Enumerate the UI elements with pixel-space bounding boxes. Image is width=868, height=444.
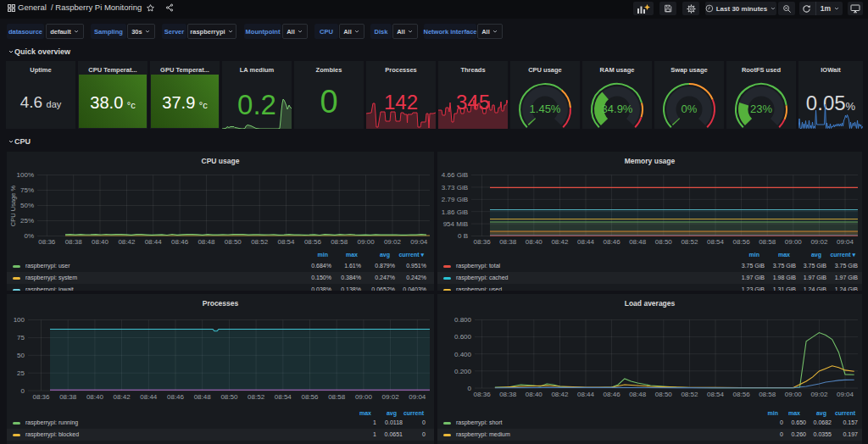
svg-text:09:04: 09:04 [410,238,428,246]
svg-text:08:38: 08:38 [499,238,517,246]
svg-text:08:46: 08:46 [167,393,185,401]
svg-text:08:50: 08:50 [220,393,238,401]
svg-text:08:52: 08:52 [248,393,265,401]
svg-text:09:00: 09:00 [785,391,803,398]
svg-text:1.86 GiB: 1.86 GiB [442,208,468,216]
svg-text:08:44: 08:44 [140,393,158,401]
svg-text:08:42: 08:42 [551,238,569,246]
svg-text:08:52: 08:52 [251,238,269,246]
svg-text:09:02: 09:02 [810,391,828,398]
svg-text:100: 100 [14,316,25,324]
svg-text:08:50: 08:50 [225,238,242,246]
svg-text:0.400: 0.400 [454,351,472,358]
svg-text:08:38: 08:38 [59,393,77,401]
svg-text:08:44: 08:44 [145,238,163,246]
svg-text:08:56: 08:56 [304,238,322,246]
svg-text:0%: 0% [24,232,34,240]
svg-text:08:54: 08:54 [277,238,295,246]
svg-text:08:44: 08:44 [577,391,595,398]
svg-text:0.800: 0.800 [454,316,472,324]
svg-text:08:40: 08:40 [526,238,543,246]
svg-text:09:02: 09:02 [384,238,402,246]
svg-text:0.200: 0.200 [454,368,472,375]
svg-text:09:04: 09:04 [837,238,854,246]
svg-text:08:40: 08:40 [526,391,543,398]
svg-text:08:58: 08:58 [759,391,776,398]
svg-text:08:42: 08:42 [118,238,136,246]
svg-text:08:54: 08:54 [707,238,725,246]
svg-text:08:56: 08:56 [733,391,751,398]
svg-text:08:46: 08:46 [171,238,189,246]
svg-text:75: 75 [17,334,25,341]
svg-text:50%: 50% [20,202,34,209]
svg-text:08:44: 08:44 [577,238,595,246]
svg-text:08:36: 08:36 [32,393,50,401]
svg-text:08:36: 08:36 [38,238,56,246]
svg-text:09:00: 09:00 [785,238,803,246]
svg-text:50: 50 [17,352,25,359]
svg-text:3.73 GiB: 3.73 GiB [442,184,468,191]
svg-text:09:02: 09:02 [382,393,400,401]
svg-text:0: 0 [21,387,25,395]
svg-text:0.600: 0.600 [454,333,472,341]
svg-text:09:02: 09:02 [810,238,828,246]
svg-text:25: 25 [17,369,25,377]
svg-text:09:00: 09:00 [355,393,373,401]
svg-text:08:46: 08:46 [604,391,621,398]
svg-text:08:38: 08:38 [499,391,517,398]
svg-text:09:04: 09:04 [837,391,854,398]
svg-text:100%: 100% [17,171,34,179]
svg-text:08:42: 08:42 [114,393,131,401]
svg-text:954 MiB: 954 MiB [443,220,468,228]
svg-text:08:36: 08:36 [474,391,492,398]
svg-text:08:52: 08:52 [681,391,698,398]
svg-text:08:36: 08:36 [474,238,492,246]
svg-text:08:42: 08:42 [551,391,569,398]
svg-text:08:40: 08:40 [86,393,104,401]
svg-text:09:04: 09:04 [409,393,426,401]
svg-text:08:52: 08:52 [681,238,698,246]
svg-text:0 B: 0 B [458,232,468,240]
svg-text:4.66 GiB: 4.66 GiB [442,171,468,179]
svg-text:0: 0 [468,385,472,392]
svg-text:25%: 25% [20,217,34,225]
svg-text:08:58: 08:58 [759,238,776,246]
svg-text:08:38: 08:38 [65,238,83,246]
svg-text:2.79 GiB: 2.79 GiB [442,196,468,203]
svg-text:08:46: 08:46 [604,238,621,246]
svg-text:08:56: 08:56 [733,238,751,246]
svg-text:75%: 75% [20,186,34,194]
svg-text:08:48: 08:48 [629,238,647,246]
svg-text:08:54: 08:54 [707,391,725,398]
svg-text:08:54: 08:54 [275,393,292,401]
svg-text:08:48: 08:48 [198,238,215,246]
svg-text:08:56: 08:56 [301,393,319,401]
svg-text:CPU Usage %: CPU Usage % [9,185,17,226]
svg-text:08:48: 08:48 [629,391,647,398]
svg-text:08:58: 08:58 [331,238,348,246]
svg-text:08:40: 08:40 [92,238,109,246]
svg-text:08:50: 08:50 [655,238,673,246]
svg-text:08:58: 08:58 [328,393,346,401]
svg-text:08:50: 08:50 [655,391,673,398]
svg-text:09:00: 09:00 [358,238,376,246]
svg-text:08:48: 08:48 [194,393,212,401]
